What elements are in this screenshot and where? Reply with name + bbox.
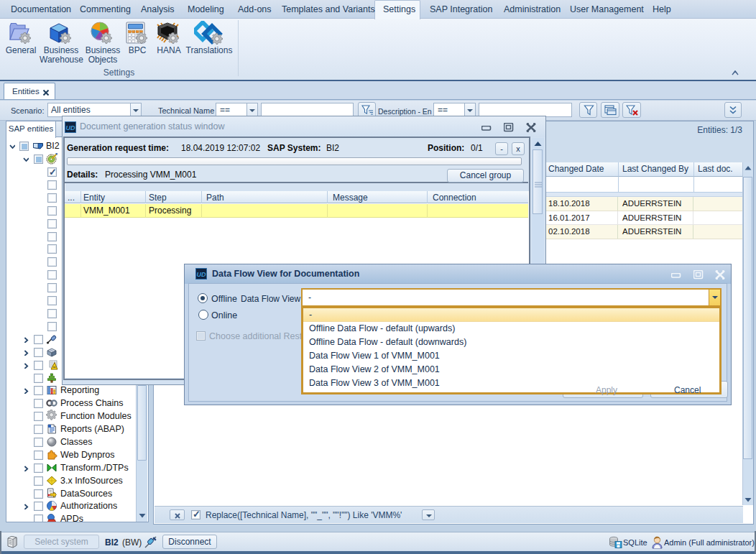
svg-text:UD: UD	[66, 124, 75, 131]
svg-text:UD: UD	[197, 271, 206, 278]
